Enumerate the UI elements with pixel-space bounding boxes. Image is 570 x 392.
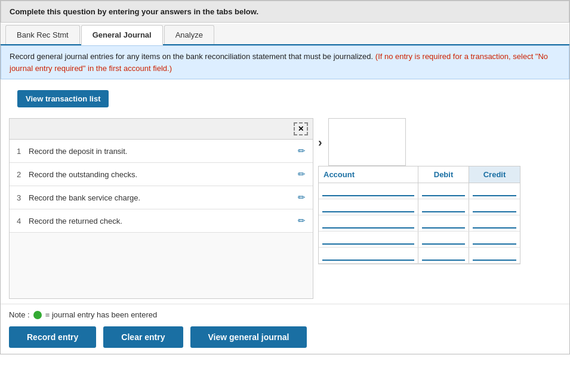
debit-input[interactable] (422, 186, 465, 196)
bottom-section: Note : = journal entry has been entered … (1, 304, 569, 354)
account-input[interactable] (322, 250, 414, 261)
account-input[interactable] (322, 186, 414, 196)
edit-icon[interactable]: ✏ (298, 215, 306, 226)
tab-row: Bank Rec Stmt General Journal Analyze (1, 24, 569, 45)
next-arrow[interactable]: › (318, 135, 322, 149)
transaction-num: 3 (17, 193, 29, 202)
instruction-bar: Complete this question by entering your … (1, 1, 569, 23)
instruction-text: Complete this question by entering your … (10, 7, 258, 16)
transaction-row: 3 Record the bank service charge. ✏ (10, 186, 313, 209)
transaction-text: Record the outstanding checks. (29, 170, 298, 179)
edit-icon[interactable]: ✏ (298, 192, 306, 203)
record-entry-button[interactable]: Record entry (9, 326, 96, 348)
debit-column-header: Debit (418, 166, 469, 183)
credit-input[interactable] (473, 250, 516, 261)
journal-entry-row (319, 232, 520, 248)
list-panel-header: ✕ (10, 119, 313, 140)
transaction-num: 4 (17, 217, 29, 226)
debit-input[interactable] (422, 218, 465, 229)
journal-table: Account Debit Credit (318, 166, 520, 264)
debit-input[interactable] (422, 250, 465, 261)
journal-entry-row (319, 183, 520, 199)
credit-input[interactable] (473, 186, 516, 196)
note-suffix: = journal entry has been entered (45, 310, 158, 319)
tab-analyze[interactable]: Analyze (164, 25, 214, 44)
transaction-num: 2 (17, 170, 29, 179)
journal-entry-row (319, 248, 520, 264)
right-side: › Account Debit Credit (318, 118, 520, 264)
credit-input[interactable] (473, 234, 516, 245)
account-column-header: Account (319, 166, 418, 183)
credit-input[interactable] (473, 218, 516, 229)
transaction-row: 2 Record the outstanding checks. ✏ (10, 163, 313, 186)
tab-bank-rec-stmt[interactable]: Bank Rec Stmt (5, 25, 80, 44)
tab-general-journal[interactable]: General Journal (81, 25, 163, 45)
transactions-list-panel: ✕ 1 Record the deposit in transit. ✏ 2 R… (9, 118, 313, 299)
transaction-text: Record the bank service charge. (29, 193, 298, 202)
close-list-button[interactable]: ✕ (294, 122, 308, 135)
account-input[interactable] (322, 218, 414, 229)
edit-icon[interactable]: ✏ (298, 169, 306, 180)
panels-row: ✕ 1 Record the deposit in transit. ✏ 2 R… (1, 118, 569, 299)
nav-row: › (318, 118, 520, 166)
info-main-text: Record general journal entries for any i… (10, 52, 373, 61)
entry-description-box (328, 118, 406, 166)
journal-entry-row (319, 199, 520, 215)
account-input[interactable] (322, 202, 414, 212)
transaction-row: 1 Record the deposit in transit. ✏ (10, 140, 313, 163)
transaction-num: 1 (17, 147, 29, 156)
info-bar: Record general journal entries for any i… (1, 45, 569, 79)
note-line: Note : = journal entry has been entered (9, 310, 561, 319)
transaction-text: Record the deposit in transit. (29, 147, 298, 156)
clear-entry-button[interactable]: Clear entry (103, 326, 183, 348)
edit-icon[interactable]: ✏ (298, 146, 306, 156)
green-dot-icon (33, 311, 42, 319)
view-transaction-button[interactable]: View transaction list (17, 90, 109, 107)
view-general-journal-button[interactable]: View general journal (190, 326, 307, 348)
note-prefix: Note : (9, 310, 30, 319)
transaction-row: 4 Record the returned check. ✏ (10, 209, 313, 233)
credit-column-header: Credit (469, 166, 520, 183)
credit-input[interactable] (473, 202, 516, 212)
account-input[interactable] (322, 234, 414, 245)
journal-table-header: Account Debit Credit (319, 166, 520, 183)
button-row: Record entry Clear entry View general jo… (9, 326, 561, 348)
transaction-text: Record the returned check. (29, 217, 298, 226)
debit-input[interactable] (422, 202, 465, 212)
journal-entry-row (319, 215, 520, 232)
debit-input[interactable] (422, 234, 465, 245)
